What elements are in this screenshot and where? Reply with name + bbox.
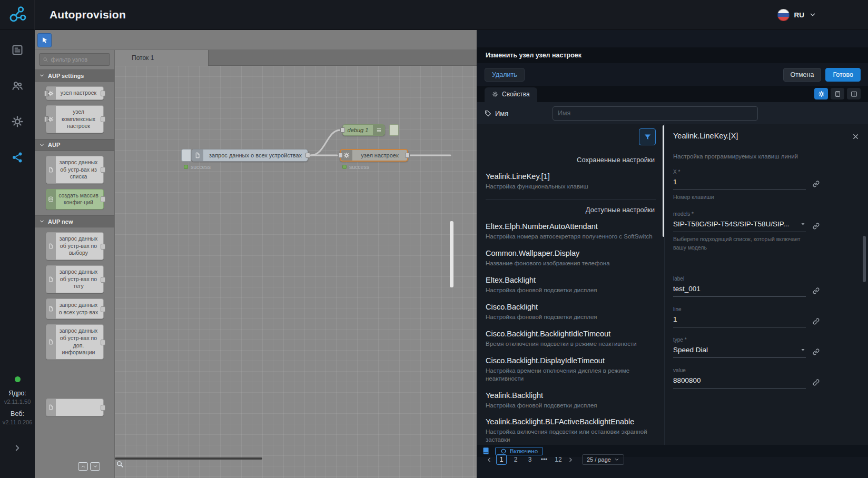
link-icon[interactable] (812, 348, 820, 356)
palette-section-items: запрос данных об устр-вах из списка созд… (35, 151, 114, 215)
list-item-title: Yealink.Backlight.BLFActiveBacklightEnab… (486, 417, 656, 426)
name-input[interactable] (553, 106, 758, 121)
palette-search-input[interactable] (51, 56, 106, 63)
pagination-prev-button[interactable] (486, 456, 492, 463)
value-input[interactable]: 8800800 (673, 376, 806, 389)
field-models: models * SIP-T58G/SIP-T54S/SIP-T58U/SIP.… (673, 211, 860, 252)
rail-item-users[interactable] (7, 75, 28, 96)
palette-node-complex-settings[interactable]: узел комплексных настроек (46, 105, 104, 133)
palette-section-aup-settings[interactable]: AUP settings (35, 69, 114, 82)
node-trigger-button[interactable] (181, 149, 191, 162)
collapse-rail-chevron-icon[interactable] (13, 443, 22, 453)
rail-item-dashboard[interactable] (7, 39, 28, 61)
palette-node-request-all[interactable]: запрос данных о всех устр-вах (46, 298, 104, 319)
pagination-ellipsis[interactable]: ••• (539, 454, 549, 465)
list-item[interactable]: Cisco.Backlight.BacklightIdleTimeout Вре… (486, 326, 656, 353)
output-port[interactable] (305, 153, 310, 158)
link-icon[interactable] (812, 180, 820, 188)
palette-node-request-list[interactable]: запрос данных об устр-вах из списка (46, 156, 104, 184)
link-icon[interactable] (812, 317, 820, 325)
pagination-page-12[interactable]: 12 (553, 454, 564, 465)
list-item-subtitle: Настройка включения подсветки или остано… (486, 428, 656, 444)
palette-section-aup[interactable]: AUP (35, 139, 114, 151)
link-icon[interactable] (812, 379, 820, 386)
debug-toggle-button[interactable] (389, 124, 399, 136)
pagination-page-2[interactable]: 2 (510, 454, 521, 465)
flow-node-settings-selected[interactable]: узел настроек (340, 149, 408, 162)
field-value: test_001 (673, 285, 701, 293)
list-item[interactable]: Eltex.Backlight Настройка фоновой подсве… (486, 273, 656, 300)
pagination-page-1[interactable]: 1 (496, 454, 507, 465)
file-icon (46, 299, 56, 318)
input-port[interactable] (338, 153, 343, 158)
x-input[interactable]: 1 (673, 178, 806, 190)
list-item[interactable]: Yealink.Backlight Настройка фоновой подс… (486, 388, 656, 415)
list-item-subtitle: Настройка функциональных клавиш (486, 183, 656, 191)
delete-button[interactable]: Удалить (485, 68, 525, 82)
palette-node-request-by-choice[interactable]: запрос данных об устр-вах по выбору (46, 232, 104, 260)
canvas-horizontal-scrollbar[interactable] (115, 457, 262, 460)
funnel-icon (644, 133, 652, 141)
list-item-saved[interactable]: Yealink.LineKey.[1] Настройка функционал… (486, 169, 656, 196)
flow-tab[interactable]: Поток 1 (115, 50, 209, 66)
pagination-page-3[interactable]: 3 (525, 454, 535, 465)
description-view-button[interactable] (831, 88, 844, 99)
properties-view-button[interactable] (814, 88, 828, 99)
palette-node-request-by-extra-info[interactable]: запрос данных об устр-вах по доп. информ… (46, 324, 104, 360)
type-select[interactable]: Speed Dial (673, 346, 806, 358)
list-item[interactable]: Common.Wallpaper.Display Название фоново… (486, 246, 656, 273)
field-helper: Номер клавиши (673, 193, 806, 202)
link-icon[interactable] (812, 287, 820, 295)
input-port[interactable] (340, 127, 345, 133)
page-size-select[interactable]: 25 / page (582, 454, 624, 465)
expand-all-button[interactable] (90, 462, 100, 471)
palette-node-settings[interactable]: узел настроек (46, 86, 104, 100)
language-switcher[interactable]: RU (777, 9, 817, 21)
link-icon[interactable] (812, 222, 820, 230)
list-item-title: Cisco.Backlight.DisplayIdleTimeout (486, 356, 656, 365)
rail-item-settings[interactable] (7, 111, 28, 132)
rail-item-flows[interactable] (7, 147, 28, 168)
cancel-button[interactable]: Отмена (783, 68, 822, 82)
label-input[interactable]: test_001 (673, 285, 806, 297)
output-port[interactable] (405, 153, 410, 158)
flow-canvas[interactable]: запрос данных о всех устройствах success… (115, 66, 477, 478)
canvas-vertical-scrollbar[interactable] (450, 221, 453, 287)
palette-node-request-by-tag[interactable]: запрос данных об устр-вах по тегу (46, 265, 104, 293)
tray-toolbar: Удалить Отмена Готово (477, 63, 868, 86)
palette-search-box[interactable] (39, 53, 110, 66)
list-item[interactable]: Yealink.Backlight.BLFActiveBacklightEnab… (486, 414, 656, 449)
tray-tabs: Свойства (477, 86, 868, 102)
flow-node-debug[interactable]: debug 1 (342, 124, 385, 136)
collapse-all-button[interactable] (78, 462, 88, 471)
language-label: RU (794, 11, 805, 19)
detail-scrollbar[interactable] (863, 236, 866, 282)
canvas-zoom-button[interactable] (116, 460, 124, 468)
done-button[interactable]: Готово (825, 68, 861, 82)
pagination-next-button[interactable] (567, 456, 574, 463)
models-select[interactable]: SIP-T58G/SIP-T54S/SIP-T58U/SIP... (673, 220, 806, 232)
line-input[interactable]: 1 (673, 315, 806, 327)
flow-node-request-all-devices[interactable]: запрос данных о всех устройствах (191, 149, 308, 162)
palette-section-aup-new[interactable]: AUP new (35, 215, 114, 227)
palette-node-partially-visible[interactable] (46, 399, 104, 416)
chevron-left-icon (486, 456, 492, 463)
file-icon (192, 150, 203, 161)
app-logo[interactable] (0, 0, 35, 30)
name-label-text: Имя (495, 109, 508, 117)
list-item-title: Yealink.LineKey.[1] (486, 172, 656, 181)
appearance-view-button[interactable] (847, 88, 861, 99)
list-item[interactable]: Cisco.Backlight Настройка фоновой подсве… (486, 300, 656, 326)
pointer-tool-button[interactable] (37, 33, 52, 47)
flow-node-label: запрос данных о всех устройствах (203, 150, 308, 161)
close-detail-button[interactable] (852, 133, 860, 141)
tab-properties[interactable]: Свойства (485, 87, 537, 102)
list-item[interactable]: Eltex.Elph.NumberAutoAttendant Настройка… (486, 219, 656, 246)
list-item-subtitle: Название фонового изображения телефона (486, 260, 656, 267)
list-item[interactable]: Cisco.Backlight.DisplayIdleTimeout Настр… (486, 353, 656, 388)
flow-tabbar: Поток 1 (115, 50, 477, 66)
users-icon (11, 79, 24, 92)
palette-node-create-config-array[interactable]: создать массив конфиг-ций (46, 189, 104, 210)
flow-wires (115, 66, 477, 478)
filter-button[interactable] (639, 128, 656, 145)
